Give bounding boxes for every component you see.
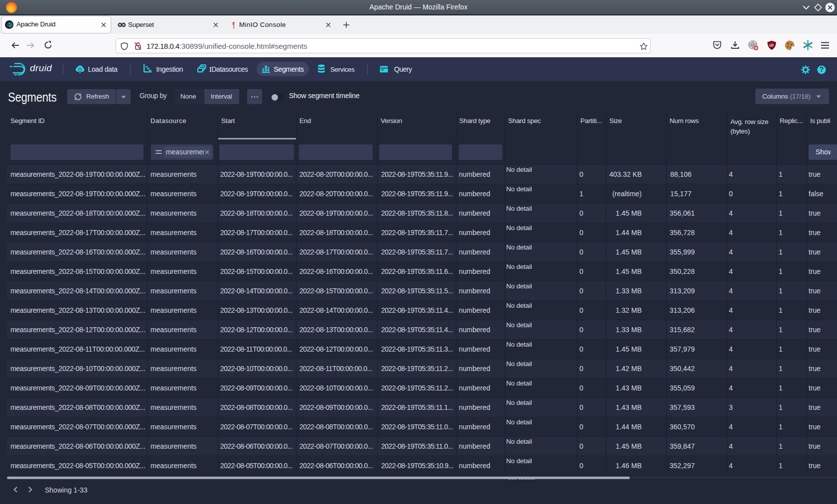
svg-text:?: ?: [820, 65, 824, 73]
